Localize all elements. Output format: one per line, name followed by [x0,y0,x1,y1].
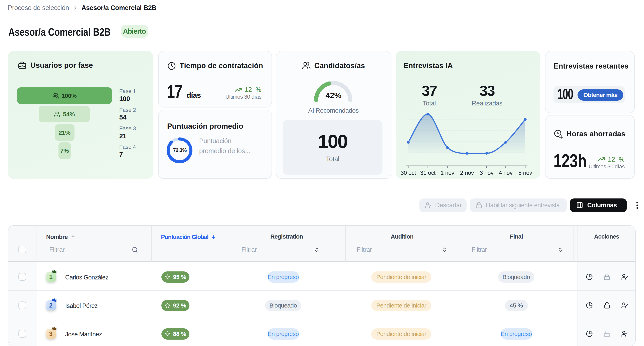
svg-text:2 nov: 2 nov [460,170,474,176]
svg-text:5 nov: 5 nov [518,170,532,176]
svg-text:1 nov: 1 nov [440,170,454,176]
svg-text:30 oct: 30 oct [400,170,416,176]
svg-text:31 oct: 31 oct [420,170,436,176]
svg-text:4 nov: 4 nov [499,170,513,176]
svg-text:3 nov: 3 nov [480,170,494,176]
